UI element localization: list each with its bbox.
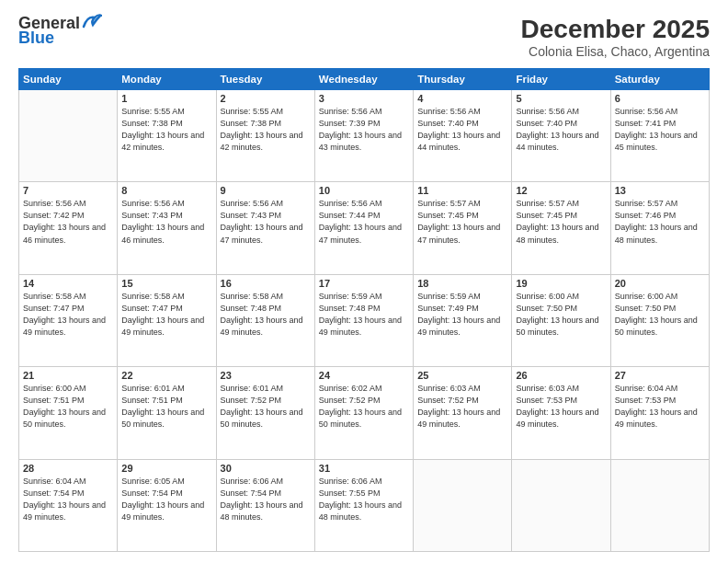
calendar-week-row: 1Sunrise: 5:55 AMSunset: 7:38 PMDaylight…	[19, 90, 710, 182]
day-info: Sunrise: 5:59 AMSunset: 7:49 PMDaylight:…	[417, 291, 507, 339]
day-info: Sunrise: 5:56 AMSunset: 7:40 PMDaylight:…	[516, 106, 606, 154]
table-row: 23Sunrise: 6:01 AMSunset: 7:52 PMDayligh…	[216, 367, 314, 459]
logo-blue: Blue	[18, 29, 54, 46]
day-number: 15	[121, 278, 211, 289]
calendar-header-row: Sunday Monday Tuesday Wednesday Thursday…	[19, 69, 710, 90]
day-number: 24	[319, 370, 409, 381]
calendar-title: December 2025	[521, 15, 710, 44]
day-number: 11	[417, 185, 507, 196]
table-row: 24Sunrise: 6:02 AMSunset: 7:52 PMDayligh…	[314, 367, 413, 459]
day-number: 1	[121, 93, 211, 104]
table-row	[610, 459, 709, 551]
day-info: Sunrise: 6:03 AMSunset: 7:53 PMDaylight:…	[516, 383, 606, 431]
day-number: 21	[23, 370, 113, 381]
logo: General Blue	[18, 15, 102, 46]
day-info: Sunrise: 6:03 AMSunset: 7:52 PMDaylight:…	[417, 383, 507, 431]
logo-icon	[82, 14, 102, 30]
day-info: Sunrise: 6:06 AMSunset: 7:55 PMDaylight:…	[319, 476, 409, 523]
day-info: Sunrise: 5:56 AMSunset: 7:41 PMDaylight:…	[615, 106, 705, 154]
table-row: 17Sunrise: 5:59 AMSunset: 7:48 PMDayligh…	[314, 274, 413, 366]
day-number: 25	[417, 370, 507, 381]
table-row: 16Sunrise: 5:58 AMSunset: 7:48 PMDayligh…	[216, 274, 314, 366]
calendar-table: Sunday Monday Tuesday Wednesday Thursday…	[18, 68, 710, 552]
table-row: 19Sunrise: 6:00 AMSunset: 7:50 PMDayligh…	[512, 274, 610, 366]
day-info: Sunrise: 6:04 AMSunset: 7:54 PMDaylight:…	[23, 476, 113, 523]
calendar-week-row: 7Sunrise: 5:56 AMSunset: 7:42 PMDaylight…	[19, 182, 710, 274]
day-number: 22	[121, 370, 211, 381]
day-number: 5	[516, 93, 606, 104]
calendar-subtitle: Colonia Elisa, Chaco, Argentina	[521, 44, 710, 59]
table-row: 20Sunrise: 6:00 AMSunset: 7:50 PMDayligh…	[610, 274, 709, 366]
table-row: 21Sunrise: 6:00 AMSunset: 7:51 PMDayligh…	[19, 367, 118, 459]
day-number: 27	[615, 370, 705, 381]
table-row: 10Sunrise: 5:56 AMSunset: 7:44 PMDayligh…	[314, 182, 413, 274]
day-info: Sunrise: 5:56 AMSunset: 7:43 PMDaylight:…	[221, 198, 311, 246]
day-number: 4	[417, 93, 507, 104]
day-info: Sunrise: 5:58 AMSunset: 7:47 PMDaylight:…	[23, 291, 113, 339]
table-row: 14Sunrise: 5:58 AMSunset: 7:47 PMDayligh…	[19, 274, 118, 366]
table-row: 27Sunrise: 6:04 AMSunset: 7:53 PMDayligh…	[610, 367, 709, 459]
table-row: 22Sunrise: 6:01 AMSunset: 7:51 PMDayligh…	[118, 367, 216, 459]
day-number: 2	[221, 93, 311, 104]
table-row: 9Sunrise: 5:56 AMSunset: 7:43 PMDaylight…	[216, 182, 314, 274]
day-number: 8	[121, 185, 211, 196]
title-block: December 2025 Colonia Elisa, Chaco, Arge…	[521, 15, 710, 59]
day-info: Sunrise: 5:56 AMSunset: 7:39 PMDaylight:…	[319, 106, 409, 154]
day-number: 26	[516, 370, 606, 381]
day-info: Sunrise: 5:56 AMSunset: 7:42 PMDaylight:…	[23, 198, 113, 246]
day-info: Sunrise: 5:57 AMSunset: 7:45 PMDaylight:…	[417, 198, 507, 246]
header-tuesday: Tuesday	[216, 69, 314, 90]
table-row: 6Sunrise: 5:56 AMSunset: 7:41 PMDaylight…	[610, 90, 709, 182]
table-row: 25Sunrise: 6:03 AMSunset: 7:52 PMDayligh…	[414, 367, 512, 459]
day-info: Sunrise: 5:56 AMSunset: 7:44 PMDaylight:…	[319, 198, 409, 246]
day-info: Sunrise: 5:59 AMSunset: 7:48 PMDaylight:…	[319, 291, 409, 339]
table-row: 1Sunrise: 5:55 AMSunset: 7:38 PMDaylight…	[118, 90, 216, 182]
table-row: 29Sunrise: 6:05 AMSunset: 7:54 PMDayligh…	[118, 459, 216, 551]
day-info: Sunrise: 5:58 AMSunset: 7:48 PMDaylight:…	[221, 291, 311, 339]
day-number: 31	[319, 463, 409, 474]
table-row: 30Sunrise: 6:06 AMSunset: 7:54 PMDayligh…	[216, 459, 314, 551]
day-info: Sunrise: 5:56 AMSunset: 7:40 PMDaylight:…	[417, 106, 507, 154]
day-info: Sunrise: 5:57 AMSunset: 7:45 PMDaylight:…	[516, 198, 606, 246]
day-number: 7	[23, 185, 113, 196]
day-number: 17	[319, 278, 409, 289]
day-number: 23	[221, 370, 311, 381]
table-row: 8Sunrise: 5:56 AMSunset: 7:43 PMDaylight…	[118, 182, 216, 274]
day-number: 18	[417, 278, 507, 289]
day-number: 30	[221, 463, 311, 474]
day-number: 19	[516, 278, 606, 289]
table-row: 3Sunrise: 5:56 AMSunset: 7:39 PMDaylight…	[314, 90, 413, 182]
day-number: 9	[221, 185, 311, 196]
day-info: Sunrise: 5:55 AMSunset: 7:38 PMDaylight:…	[121, 106, 211, 154]
header-friday: Friday	[512, 69, 610, 90]
day-info: Sunrise: 6:04 AMSunset: 7:53 PMDaylight:…	[615, 383, 705, 431]
day-number: 12	[516, 185, 606, 196]
table-row	[19, 90, 118, 182]
table-row: 13Sunrise: 5:57 AMSunset: 7:46 PMDayligh…	[610, 182, 709, 274]
day-info: Sunrise: 6:01 AMSunset: 7:51 PMDaylight:…	[121, 383, 211, 431]
day-number: 29	[121, 463, 211, 474]
table-row	[414, 459, 512, 551]
table-row: 31Sunrise: 6:06 AMSunset: 7:55 PMDayligh…	[314, 459, 413, 551]
day-number: 14	[23, 278, 113, 289]
table-row	[512, 459, 610, 551]
header-monday: Monday	[118, 69, 216, 90]
calendar-week-row: 14Sunrise: 5:58 AMSunset: 7:47 PMDayligh…	[19, 274, 710, 366]
day-info: Sunrise: 6:02 AMSunset: 7:52 PMDaylight:…	[319, 383, 409, 431]
day-number: 6	[615, 93, 705, 104]
header-sunday: Sunday	[19, 69, 118, 90]
day-number: 3	[319, 93, 409, 104]
day-number: 13	[615, 185, 705, 196]
header-wednesday: Wednesday	[314, 69, 413, 90]
day-number: 20	[615, 278, 705, 289]
day-info: Sunrise: 6:00 AMSunset: 7:51 PMDaylight:…	[23, 383, 113, 431]
table-row: 5Sunrise: 5:56 AMSunset: 7:40 PMDaylight…	[512, 90, 610, 182]
day-number: 10	[319, 185, 409, 196]
day-info: Sunrise: 6:05 AMSunset: 7:54 PMDaylight:…	[121, 476, 211, 523]
day-info: Sunrise: 6:00 AMSunset: 7:50 PMDaylight:…	[516, 291, 606, 339]
day-info: Sunrise: 5:57 AMSunset: 7:46 PMDaylight:…	[615, 198, 705, 246]
header-saturday: Saturday	[610, 69, 709, 90]
page: General Blue December 2025 Colonia Elisa…	[0, 0, 728, 563]
day-number: 28	[23, 463, 113, 474]
table-row: 12Sunrise: 5:57 AMSunset: 7:45 PMDayligh…	[512, 182, 610, 274]
